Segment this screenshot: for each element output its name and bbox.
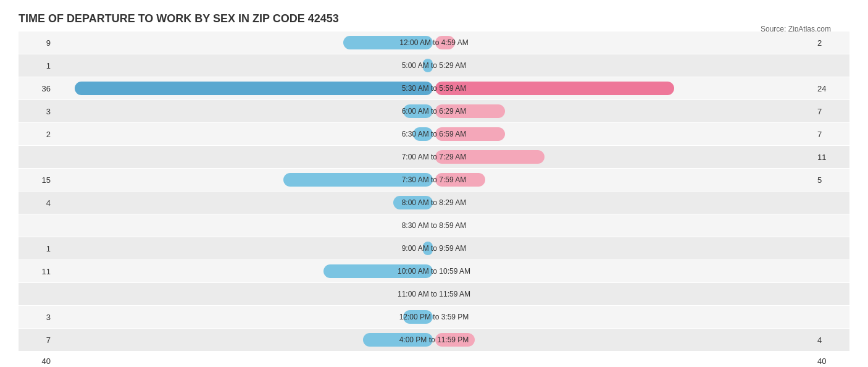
female-bar-container [434, 104, 812, 119]
bars-area: 10:00 AM to 10:59 AM [56, 260, 812, 282]
male-bar-container [56, 241, 434, 256]
female-value-label: 24 [812, 84, 849, 93]
male-bar-container [56, 150, 434, 164]
time-label: 12:00 AM to 4:59 AM [399, 38, 468, 47]
chart-row: 8:30 AM to 8:59 AM [19, 214, 849, 237]
bars-area: 6:00 AM to 6:29 AM [56, 100, 812, 122]
female-bar-container [434, 58, 812, 73]
chart-row: 7 4:00 PM to 11:59 PM 4 [19, 329, 849, 351]
female-bar-container [434, 127, 812, 141]
time-label: 8:30 AM to 8:59 AM [402, 221, 467, 230]
bars-area: 12:00 PM to 3:59 PM [56, 306, 812, 328]
female-bar-container [434, 264, 812, 279]
time-label: 5:00 AM to 5:29 AM [402, 61, 467, 70]
female-value-label: 5 [812, 175, 849, 185]
bars-area: 8:30 AM to 8:59 AM [56, 214, 812, 237]
male-bar-container [56, 172, 434, 187]
female-bar-container [434, 241, 812, 256]
time-label: 9:00 AM to 9:59 AM [402, 244, 467, 253]
female-bar-container [434, 150, 812, 164]
female-bar-container [434, 172, 812, 187]
chart-row: 9 12:00 AM to 4:59 AM 2 [19, 32, 849, 54]
chart-title: TIME OF DEPARTURE TO WORK BY SEX IN ZIP … [19, 12, 849, 25]
bars-area: 11:00 AM to 11:59 AM [56, 283, 812, 305]
male-bar-container [56, 332, 434, 347]
time-label: 10:00 AM to 10:59 AM [398, 267, 470, 276]
female-bar-container [434, 218, 812, 233]
time-label: 6:30 AM to 6:59 AM [402, 130, 467, 138]
female-bar-container [434, 195, 812, 210]
rows-container: 9 12:00 AM to 4:59 AM 2 1 5:00 AM to 5:2… [19, 32, 849, 351]
male-value-label: 7 [19, 335, 56, 345]
bars-area: 5:00 AM to 5:29 AM [56, 54, 812, 77]
male-value-label: 36 [19, 84, 56, 93]
chart-row: 3 6:00 AM to 6:29 AM 7 [19, 100, 849, 122]
male-value-label: 9 [19, 38, 56, 48]
chart-row: 1 9:00 AM to 9:59 AM [19, 237, 849, 259]
male-value-label: 1 [19, 244, 56, 253]
female-bar-container [434, 35, 812, 50]
male-value-label: 11 [19, 267, 56, 276]
chart-row: 2 6:30 AM to 6:59 AM 7 [19, 123, 849, 145]
bars-area: 4:00 PM to 11:59 PM [56, 329, 812, 351]
chart-row: 11 10:00 AM to 10:59 AM [19, 260, 849, 282]
axis-row: 40 40 [19, 355, 849, 367]
female-bar-container [434, 81, 812, 96]
bars-area: 9:00 AM to 9:59 AM [56, 237, 812, 259]
chart-row: 3 12:00 PM to 3:59 PM [19, 306, 849, 328]
bars-area: 7:00 AM to 7:29 AM [56, 146, 812, 168]
bars-area: 7:30 AM to 7:59 AM [56, 169, 812, 191]
axis-left-label: 40 [19, 356, 56, 366]
female-value-label: 7 [812, 130, 849, 139]
chart-row: 1 5:00 AM to 5:29 AM [19, 54, 849, 77]
female-bar-container [434, 287, 812, 302]
time-label: 6:00 AM to 6:29 AM [402, 107, 467, 116]
male-value-label: 4 [19, 198, 56, 208]
chart-row: 4 8:00 AM to 8:29 AM [19, 192, 849, 214]
bars-area: 12:00 AM to 4:59 AM [56, 32, 812, 54]
male-bar-container [56, 195, 434, 210]
male-bar [75, 82, 433, 95]
time-label: 5:30 AM to 5:59 AM [402, 84, 467, 93]
chart-row: 7:00 AM to 7:29 AM 11 [19, 146, 849, 168]
female-value-label: 4 [812, 335, 849, 345]
male-bar-container [56, 104, 434, 119]
female-value-label: 11 [812, 153, 849, 162]
male-bar-container [56, 81, 434, 96]
time-label: 8:00 AM to 8:29 AM [402, 198, 467, 207]
bars-area: 6:30 AM to 6:59 AM [56, 123, 812, 145]
axis-right-label: 40 [812, 356, 849, 366]
chart-row: 15 7:30 AM to 7:59 AM 5 [19, 169, 849, 191]
female-value-label: 2 [812, 38, 849, 48]
chart-container: 9 12:00 AM to 4:59 AM 2 1 5:00 AM to 5:2… [19, 32, 849, 367]
chart-row: 36 5:30 AM to 5:59 AM 24 [19, 77, 849, 99]
time-label: 11:00 AM to 11:59 AM [398, 290, 470, 298]
male-bar-container [56, 127, 434, 141]
female-bar-container [434, 310, 812, 324]
time-label: 4:00 PM to 11:59 PM [399, 335, 469, 344]
male-bar-container [56, 58, 434, 73]
male-value-label: 1 [19, 61, 56, 70]
male-bar-container [56, 287, 434, 302]
female-bar [435, 82, 674, 95]
time-label: 7:30 AM to 7:59 AM [402, 175, 467, 184]
male-bar-container [56, 310, 434, 324]
female-value-label: 7 [812, 107, 849, 116]
bars-area: 8:00 AM to 8:29 AM [56, 192, 812, 214]
male-value-label: 3 [19, 107, 56, 116]
time-label: 7:00 AM to 7:29 AM [402, 153, 467, 161]
time-label: 12:00 PM to 3:59 PM [399, 313, 469, 321]
female-bar-container [434, 332, 812, 347]
male-bar-container [56, 218, 434, 233]
chart-row: 11:00 AM to 11:59 AM [19, 283, 849, 305]
male-bar-container [56, 35, 434, 50]
male-value-label: 2 [19, 130, 56, 139]
axis-middle [56, 355, 812, 367]
male-value-label: 15 [19, 175, 56, 185]
male-value-label: 3 [19, 313, 56, 322]
bars-area: 5:30 AM to 5:59 AM [56, 77, 812, 99]
male-bar-container [56, 264, 434, 279]
